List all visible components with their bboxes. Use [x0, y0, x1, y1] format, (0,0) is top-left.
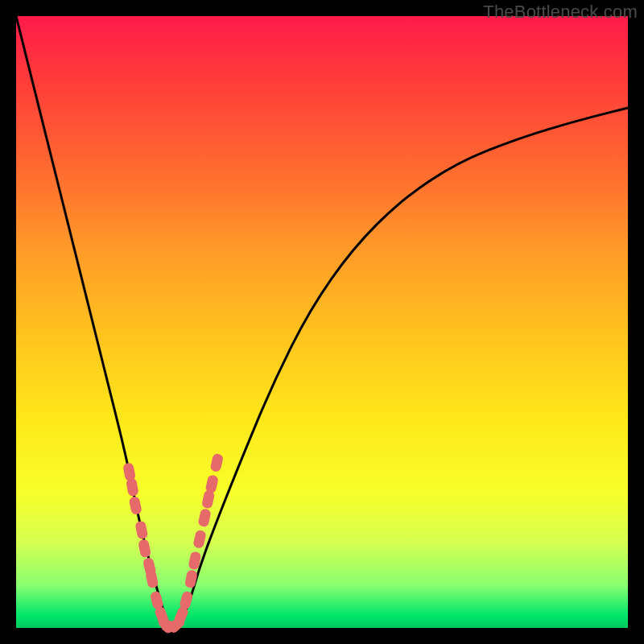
bottleneck-curve — [16, 16, 628, 628]
marker-pill — [197, 508, 211, 527]
marker-pill — [126, 477, 139, 497]
plot-area — [16, 16, 628, 628]
marker-pill — [184, 569, 198, 588]
marker-pill — [145, 569, 159, 588]
curve-layer — [16, 16, 628, 628]
marker-pill — [138, 539, 151, 558]
marker-pill — [204, 474, 219, 493]
watermark-text: TheBottleneck.com — [483, 2, 638, 23]
chart-frame: TheBottleneck.com — [0, 0, 644, 644]
marker-pill — [192, 530, 207, 549]
marker-pill — [134, 520, 148, 539]
marker-pill — [122, 462, 136, 481]
marker-pill — [129, 496, 142, 515]
chart-svg — [16, 16, 628, 628]
marker-pill — [210, 453, 225, 473]
